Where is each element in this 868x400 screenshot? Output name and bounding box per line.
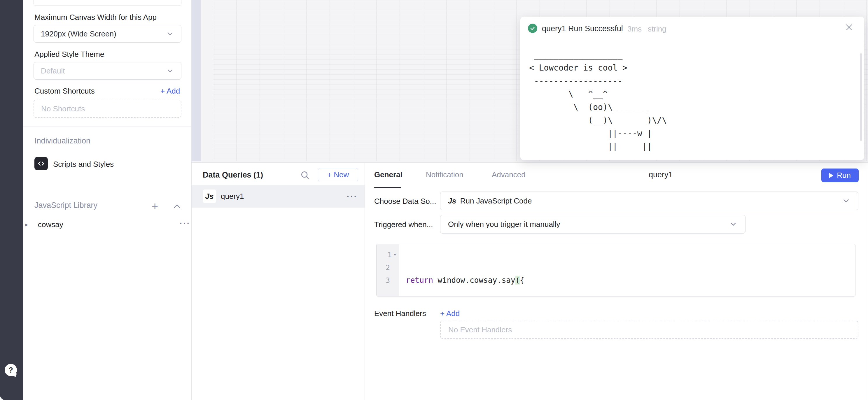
data-queries-panel: Data Queries (1) + New Js query1 ···: [192, 162, 365, 400]
trigger-select[interactable]: Only when you trigger it manually: [440, 215, 745, 234]
event-handlers-label: Event Handlers: [374, 309, 426, 318]
query-list-item[interactable]: Js query1 ···: [192, 185, 365, 208]
divider: [23, 127, 192, 127]
event-handlers-placeholder: No Event Handlers: [448, 325, 512, 334]
chevron-down-icon: [842, 197, 850, 205]
cowsay-output: __________________ < Lowcoder is cool > …: [529, 48, 667, 153]
chevron-down-icon: [166, 30, 174, 38]
shortcuts-empty-box: No Shortcuts: [34, 100, 181, 118]
shortcuts-placeholder: No Shortcuts: [41, 104, 85, 113]
js-icon: Js: [203, 190, 216, 203]
js-library-header: JavaScript Library: [34, 201, 97, 210]
canvas-width-select[interactable]: 1920px (Wide Screen): [34, 25, 181, 42]
tab-advanced[interactable]: Advanced: [492, 170, 526, 179]
expand-triangle-icon[interactable]: ▸: [25, 221, 28, 228]
canvas-width-label: Maximum Canvas Width for this App: [34, 13, 157, 22]
query-more-icon[interactable]: ···: [347, 192, 358, 201]
search-icon[interactable]: [300, 170, 309, 179]
toast-title: query1 Run Successful: [542, 24, 623, 33]
trigger-label: Triggered when...: [374, 220, 433, 229]
datasource-select[interactable]: Js Run JavaScript Code: [440, 192, 858, 210]
code-brackets-icon: [34, 157, 48, 170]
query-editor-panel: General Notification Advanced query1 Run…: [365, 162, 868, 400]
theme-placeholder: Default: [41, 66, 65, 75]
add-library-button[interactable]: +: [152, 200, 158, 212]
code-editor[interactable]: 1▾ 2 3 return window.cowsay.say({ text :…: [376, 244, 856, 297]
collapse-library-button[interactable]: [173, 203, 181, 210]
play-icon: [829, 173, 833, 178]
left-dark-rail: ?: [0, 0, 23, 400]
line-number: 2: [385, 263, 390, 272]
chevron-up-icon: [173, 203, 181, 210]
event-handlers-empty-box: No Event Handlers: [440, 321, 858, 339]
individualization-header: Individualization: [34, 136, 90, 145]
toast-duration: 3ms: [627, 25, 642, 34]
tab-notification[interactable]: Notification: [426, 170, 463, 179]
close-icon[interactable]: [845, 23, 854, 32]
query-title: query1: [649, 170, 673, 179]
canvas-width-value: 1920px (Wide Screen): [41, 29, 116, 38]
help-button[interactable]: ?: [5, 364, 17, 376]
plus-icon: +: [152, 200, 158, 212]
fold-arrow-icon[interactable]: ▾: [394, 252, 396, 258]
new-query-button[interactable]: + New: [318, 168, 358, 181]
sidebar-item-scripts-and-styles[interactable]: Scripts and Styles: [53, 160, 114, 169]
code-line: return window.cowsay.say({: [406, 274, 629, 287]
cowsay-more-icon[interactable]: ···: [180, 219, 190, 228]
data-queries-title: Data Queries (1): [203, 171, 263, 179]
cut-off-input[interactable]: [34, 0, 181, 6]
datasource-value: Run JavaScript Code: [460, 197, 532, 205]
canvas-left-gutter: [192, 0, 201, 161]
line-number: 3: [385, 276, 390, 285]
event-handlers-add-button[interactable]: + Add: [440, 309, 460, 318]
query-name: query1: [221, 192, 244, 201]
line-number: 1: [388, 251, 392, 259]
theme-select[interactable]: Default: [34, 62, 181, 79]
datasource-label: Choose Data So...: [374, 197, 436, 206]
chevron-down-icon: [166, 67, 174, 75]
run-button[interactable]: Run: [822, 168, 859, 182]
active-tab-underline: [374, 187, 401, 188]
library-item-cowsay[interactable]: cowsay: [38, 220, 63, 229]
help-icon: ?: [8, 366, 13, 375]
code-gutter: 1▾ 2 3: [376, 244, 399, 296]
theme-label: Applied Style Theme: [34, 50, 104, 59]
tab-general[interactable]: General: [374, 170, 403, 179]
settings-sidebar: Maximum Canvas Width for this App 1920px…: [23, 0, 192, 400]
code-content[interactable]: return window.cowsay.say({ text : "Lowco…: [399, 244, 629, 296]
run-button-label: Run: [837, 171, 851, 180]
success-check-icon: [528, 24, 537, 33]
toast-result-type: string: [648, 25, 666, 34]
trigger-value: Only when you trigger it manually: [448, 220, 560, 229]
run-result-toast: query1 Run Successful 3ms string _______…: [520, 16, 864, 160]
toast-scrollbar[interactable]: [860, 53, 862, 141]
js-icon: Js: [448, 197, 456, 205]
divider: [23, 191, 192, 191]
chevron-down-icon: [729, 220, 738, 229]
shortcuts-label: Custom Shortcuts: [34, 87, 95, 96]
shortcuts-add-button[interactable]: + Add: [160, 87, 180, 96]
